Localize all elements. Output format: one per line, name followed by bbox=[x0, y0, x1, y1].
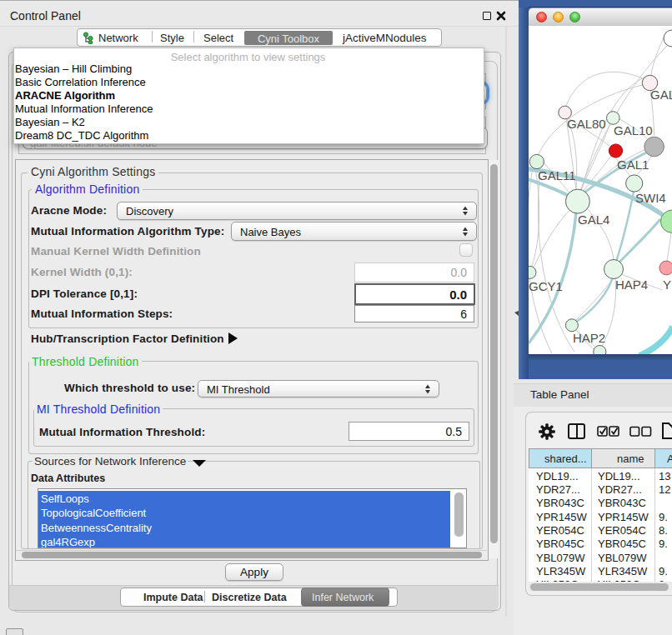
svg-text:Y: Y bbox=[663, 278, 671, 292]
svg-text:GAL80: GAL80 bbox=[567, 117, 606, 131]
svg-text:SWI4: SWI4 bbox=[635, 191, 666, 205]
svg-text:GAL11: GAL11 bbox=[538, 168, 576, 182]
svg-text:GAL2: GAL2 bbox=[650, 88, 672, 102]
svg-text:GAL1: GAL1 bbox=[617, 158, 649, 172]
svg-text:GAL10: GAL10 bbox=[614, 123, 653, 138]
svg-text:HAP2: HAP2 bbox=[573, 331, 605, 345]
svg-text:GCY1: GCY1 bbox=[529, 279, 563, 293]
svg-text:HAP4: HAP4 bbox=[615, 278, 648, 292]
svg-text:GAL4: GAL4 bbox=[578, 212, 609, 227]
